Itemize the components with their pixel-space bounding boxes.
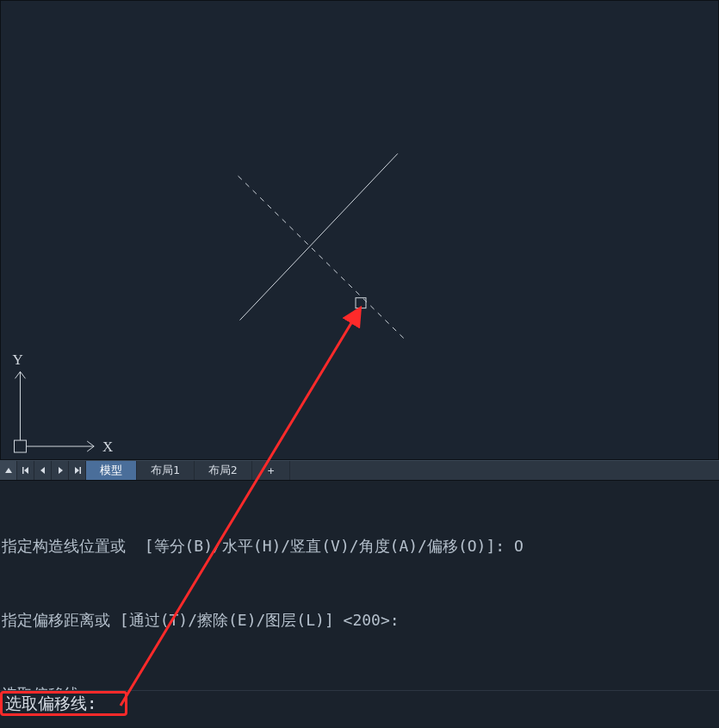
tab-menu-button[interactable]: [0, 461, 17, 480]
tab-next-button[interactable]: [52, 461, 69, 480]
layout-tabbar: 模型 布局1 布局2 +: [0, 460, 719, 481]
tab-add-button[interactable]: +: [252, 461, 291, 480]
tab-model[interactable]: 模型: [86, 461, 137, 480]
svg-marker-6: [40, 467, 45, 474]
triangle-up-icon: [4, 466, 13, 475]
ucs-icon: X Y: [13, 352, 114, 455]
tab-label: 布局1: [151, 463, 180, 478]
tab-prev-button[interactable]: [34, 461, 52, 480]
canvas-svg: X Y: [1, 1, 718, 459]
skip-last-icon: [73, 466, 82, 475]
svg-marker-8: [75, 467, 79, 474]
svg-rect-0: [15, 440, 27, 452]
solid-construction-line: [240, 153, 398, 320]
ucs-x-label: X: [102, 439, 113, 455]
svg-marker-7: [59, 467, 63, 474]
chevron-left-icon: [39, 466, 47, 475]
svg-rect-9: [79, 467, 81, 474]
app-root: X Y 模型 布局1: [0, 0, 719, 728]
footer-spacer: [0, 716, 719, 726]
ucs-y-label: Y: [13, 352, 23, 368]
tab-layout1[interactable]: 布局1: [137, 461, 195, 480]
history-line: 选取偏移线:: [2, 682, 717, 690]
command-input[interactable]: [98, 694, 270, 713]
chevron-right-icon: [56, 466, 65, 475]
history-line: 指定偏移距离或 [通过(T)/擦除(E)/图层(L)] <200>:: [2, 608, 717, 633]
command-prompt: 选取偏移线:: [5, 693, 96, 715]
drawing-canvas[interactable]: X Y: [0, 0, 719, 460]
svg-marker-3: [5, 468, 12, 473]
svg-marker-5: [24, 467, 28, 474]
svg-rect-4: [22, 467, 24, 474]
plus-icon: +: [268, 464, 275, 477]
tab-label: 布局2: [208, 463, 238, 478]
tab-last-button[interactable]: [69, 461, 86, 480]
history-line: 指定构造线位置或 [等分(B)/水平(H)/竖直(V)/角度(A)/偏移(O)]…: [2, 534, 717, 559]
tab-first-button[interactable]: [17, 461, 34, 480]
dashed-offset-preview-line: [239, 176, 405, 339]
tab-nav-group: [0, 461, 86, 480]
tab-layout2[interactable]: 布局2: [195, 461, 252, 480]
tab-label: 模型: [100, 463, 122, 478]
command-history[interactable]: 指定构造线位置或 [等分(B)/水平(H)/竖直(V)/角度(A)/偏移(O)]…: [0, 481, 719, 690]
command-line[interactable]: 选取偏移线:: [0, 690, 719, 716]
skip-first-icon: [22, 466, 30, 475]
